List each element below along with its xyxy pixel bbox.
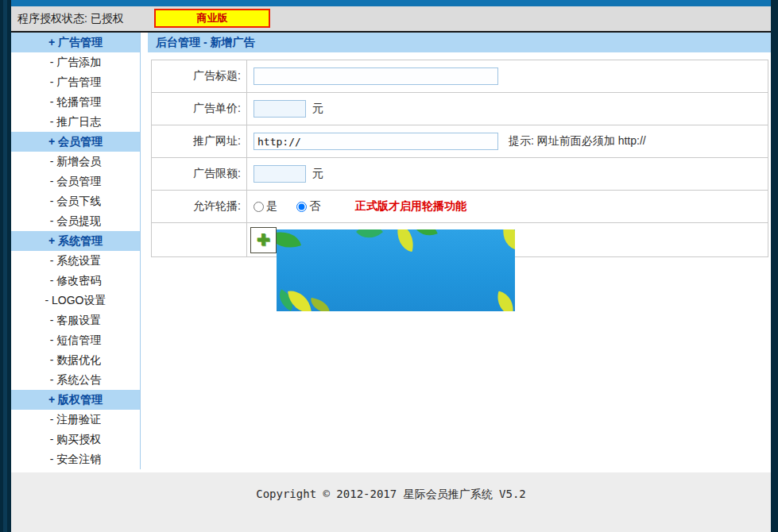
carousel-no-radio[interactable] xyxy=(296,202,307,212)
sidebar-item-customer-service[interactable]: - 客服设置 xyxy=(11,310,140,330)
license-status-text: 程序授权状态: 已授权 xyxy=(17,12,124,26)
sidebar-item-ad-manage[interactable]: - 广告管理 xyxy=(11,72,140,92)
ad-price-input[interactable] xyxy=(254,100,306,118)
ad-limit-label: 广告限额: xyxy=(152,158,247,190)
sidebar: + 广告管理 - 广告添加 - 广告管理 - 轮播管理 - 推广日志 + 会员管… xyxy=(11,33,141,469)
sidebar-item-promo-log[interactable]: - 推广日志 xyxy=(11,112,140,132)
sidebar-section-system-management[interactable]: + 系统管理 xyxy=(11,231,140,251)
top-accent-bar xyxy=(11,0,771,6)
new-ad-form: 广告标题: 广告单价: 元 推广网址: 提示: 网址前面必须加 http:// xyxy=(151,60,768,257)
carousel-label: 允许轮播: xyxy=(152,191,247,222)
sidebar-section-copyright-management[interactable]: + 版权管理 xyxy=(11,390,140,410)
promo-url-hint: 提示: 网址前面必须加 http:// xyxy=(509,134,646,148)
sidebar-item-ad-add[interactable]: - 广告添加 xyxy=(11,52,140,72)
footer: Copyright © 2012-2017 星际会员推广系统 V5.2 xyxy=(11,472,771,532)
sidebar-item-purchase-license[interactable]: - 购买授权 xyxy=(11,430,140,449)
topbar: 程序授权状态: 已授权 商业版 xyxy=(11,6,771,33)
leaf-icon xyxy=(494,291,515,311)
right-frame-strip xyxy=(771,0,778,532)
plus-icon: ✚ xyxy=(257,232,270,248)
form-row-ad-title: 广告标题: xyxy=(152,60,768,93)
sidebar-item-system-settings[interactable]: - 系统设置 xyxy=(11,251,140,271)
ad-price-label: 广告单价: xyxy=(152,93,247,125)
left-frame-strip xyxy=(0,0,11,532)
carousel-no-label: 否 xyxy=(309,199,320,214)
form-row-carousel: 允许轮播: 是 否 正式版才启用轮播功能 xyxy=(152,191,768,223)
leaf-icon xyxy=(277,229,301,254)
edition-button[interactable]: 商业版 xyxy=(154,9,270,28)
sidebar-item-member-add[interactable]: - 新增会员 xyxy=(11,152,140,172)
promo-url-label: 推广网址: xyxy=(152,125,247,157)
form-row-ad-price: 广告单价: 元 xyxy=(152,93,768,125)
app-window: 程序授权状态: 已授权 商业版 + 广告管理 - 广告添加 - 广告管理 - 轮… xyxy=(0,0,778,532)
promo-url-input[interactable] xyxy=(254,133,498,150)
leaf-icon xyxy=(497,229,515,249)
leaf-icon xyxy=(309,297,331,310)
sidebar-section-member-management[interactable]: + 会员管理 xyxy=(11,132,140,152)
sidebar-item-member-downline[interactable]: - 会员下线 xyxy=(11,191,140,211)
sidebar-item-member-withdraw[interactable]: - 会员提现 xyxy=(11,211,140,231)
form-row-submit: ✚ xyxy=(152,223,768,256)
copyright-text: Copyright © 2012-2017 星际会员推广系统 V5.2 xyxy=(256,488,526,502)
ad-limit-input[interactable] xyxy=(254,165,306,183)
leaf-icon xyxy=(356,229,383,245)
sidebar-item-data-optimize[interactable]: - 数据优化 xyxy=(11,350,140,370)
form-row-promo-url: 推广网址: 提示: 网址前面必须加 http:// xyxy=(152,125,768,158)
sidebar-item-member-manage[interactable]: - 会员管理 xyxy=(11,172,140,191)
carousel-no-option[interactable]: 否 xyxy=(296,199,320,214)
sidebar-section-ad-management[interactable]: + 广告管理 xyxy=(11,33,140,52)
carousel-yes-label: 是 xyxy=(266,199,277,214)
sidebar-item-system-announcement[interactable]: - 系统公告 xyxy=(11,370,140,390)
sidebar-item-logo-settings[interactable]: - LOGO设置 xyxy=(11,291,140,310)
leaf-icon xyxy=(393,229,417,252)
add-submit-button[interactable]: ✚ xyxy=(250,227,277,253)
carousel-warning-text: 正式版才启用轮播功能 xyxy=(355,199,466,214)
ad-title-label: 广告标题: xyxy=(152,60,247,92)
ad-banner-preview xyxy=(277,229,515,311)
sidebar-item-register-verify[interactable]: - 注册验证 xyxy=(11,410,140,430)
sidebar-item-carousel-manage[interactable]: - 轮播管理 xyxy=(11,92,140,112)
empty-label-cell xyxy=(152,223,247,256)
page-title: 后台管理 - 新增广告 xyxy=(148,33,771,52)
ad-limit-unit: 元 xyxy=(312,167,323,181)
ad-title-input[interactable] xyxy=(254,67,498,85)
carousel-yes-radio[interactable] xyxy=(254,202,264,212)
leaf-icon xyxy=(414,229,437,241)
carousel-yes-option[interactable]: 是 xyxy=(254,199,277,214)
sidebar-item-sms-manage[interactable]: - 短信管理 xyxy=(11,330,140,350)
sidebar-item-change-password[interactable]: - 修改密码 xyxy=(11,271,140,291)
main-content: 后台管理 - 新增广告 广告标题: 广告单价: 元 推广网址: 提示 xyxy=(148,33,771,257)
form-row-ad-limit: 广告限额: 元 xyxy=(152,158,768,191)
ad-price-unit: 元 xyxy=(312,102,323,116)
sidebar-item-safe-logout[interactable]: - 安全注销 xyxy=(11,449,140,469)
